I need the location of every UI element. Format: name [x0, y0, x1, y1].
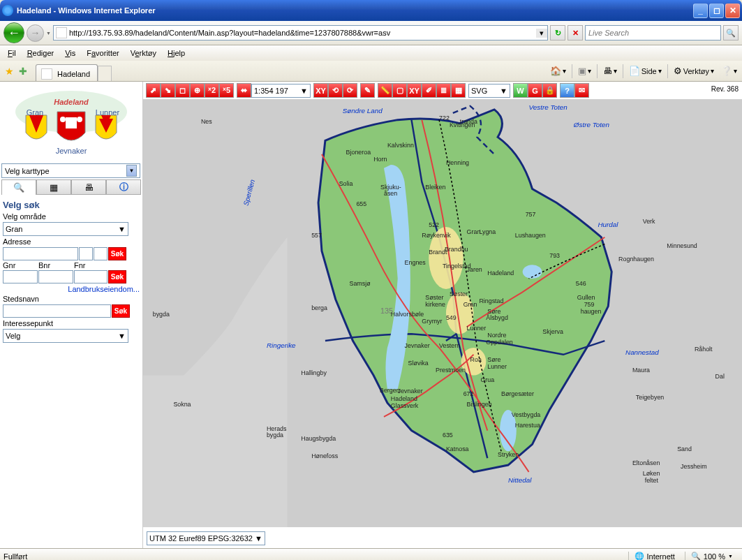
- map-canvas[interactable]: Sperillen: [143, 99, 742, 527]
- svg-text:Dal: Dal: [715, 373, 725, 380]
- refresh-button[interactable]: ↻: [550, 25, 565, 40]
- close-button[interactable]: ✕: [725, 3, 740, 18]
- feeds-button[interactable]: ▣▾: [575, 64, 594, 78]
- tab-search[interactable]: 🔍: [1, 179, 36, 195]
- home-button[interactable]: 🏠▾: [547, 64, 569, 78]
- title-bar: Hadeland - Windows Internet Explorer _ ◻…: [0, 0, 742, 21]
- tool-pan[interactable]: ⬌: [237, 83, 251, 98]
- address-letter-input[interactable]: [94, 247, 107, 260]
- svg-text:Vestbygda: Vestbygda: [512, 411, 541, 418]
- minimize-button[interactable]: _: [693, 3, 708, 18]
- menu-view[interactable]: Vis: [61, 47, 80, 59]
- svg-text:Haugsbygda: Haugsbygda: [301, 435, 336, 442]
- tool-x2[interactable]: ˣ2: [205, 83, 219, 98]
- area-select[interactable]: Gran ▼: [3, 222, 128, 236]
- svg-text:Rognhaugen: Rognhaugen: [618, 256, 654, 263]
- address-street-input[interactable]: [3, 247, 78, 260]
- svg-text:Grua: Grua: [480, 376, 494, 383]
- poi-select[interactable]: Velg ▼: [3, 329, 128, 343]
- svg-text:Hadeland: Hadeland: [391, 395, 417, 402]
- gnr-input[interactable]: [3, 270, 38, 283]
- tool-zoom-in[interactable]: ⬈: [146, 83, 161, 98]
- search-box[interactable]: [585, 25, 721, 40]
- tool-copy-xy[interactable]: XY: [407, 83, 422, 98]
- status-zoom[interactable]: 🔍 100 % ▼: [685, 552, 739, 560]
- tool-redo[interactable]: ⟳: [343, 83, 357, 98]
- tool-area[interactable]: ▢: [392, 83, 407, 98]
- svg-text:549: 549: [446, 314, 457, 321]
- landbruks-link[interactable]: Landbrukseiendom...: [3, 285, 140, 293]
- tool-full-extent[interactable]: ⊕: [190, 83, 205, 98]
- forward-button[interactable]: →: [27, 24, 44, 42]
- tool-zoom-out[interactable]: ⬊: [161, 83, 175, 98]
- maximize-button[interactable]: ◻: [709, 3, 724, 18]
- dropdown-icon: ▼: [300, 87, 308, 95]
- back-button[interactable]: ←: [3, 22, 24, 43]
- tool-xy[interactable]: XY: [313, 83, 328, 98]
- page-button[interactable]: 📄Side ▾: [626, 64, 665, 78]
- menu-favorites[interactable]: Favoritter: [82, 47, 123, 59]
- new-tab-button[interactable]: [98, 66, 112, 81]
- address-bar[interactable]: http://193.75.93.89/hadeland/Content/Mai…: [53, 25, 548, 40]
- svg-text:Horn: Horn: [373, 156, 387, 163]
- tab-print[interactable]: 🖶: [71, 179, 106, 195]
- map-type-label: Velg karttype: [5, 167, 50, 175]
- tool-gab[interactable]: G: [528, 83, 542, 98]
- gnr-search-button[interactable]: Søk: [108, 270, 126, 283]
- scale-select[interactable]: 1:354 197 ▼: [251, 84, 311, 98]
- svg-text:Samsjø: Samsjø: [350, 280, 371, 287]
- map-type-select[interactable]: Velg karttype ▼: [1, 163, 140, 178]
- tool-wms[interactable]: W: [513, 83, 528, 98]
- address-num-input[interactable]: [79, 247, 93, 260]
- tool-grid[interactable]: ▦: [451, 83, 466, 98]
- svg-text:Søster: Søster: [425, 294, 443, 301]
- tool-measure[interactable]: 📏: [378, 83, 392, 98]
- placename-search-button[interactable]: Søk: [112, 304, 130, 318]
- print-button[interactable]: 🖶▾: [600, 64, 620, 78]
- svg-text:Herads: Herads: [267, 425, 287, 432]
- search-button[interactable]: 🔍: [723, 25, 739, 40]
- address-search-button[interactable]: Søk: [108, 247, 126, 260]
- menu-edit[interactable]: Rediger: [23, 47, 59, 59]
- poi-label: Interessepunkt: [3, 319, 140, 327]
- browser-tab[interactable]: Hadeland: [36, 64, 98, 81]
- tool-refresh[interactable]: ⟲: [328, 83, 343, 98]
- bnr-input[interactable]: [38, 270, 73, 283]
- search-input[interactable]: [586, 29, 720, 37]
- menu-file[interactable]: Fil: [3, 47, 20, 59]
- svg-text:Hønefoss: Hønefoss: [311, 452, 339, 459]
- zoom-icon: 🔍: [691, 552, 701, 560]
- tool-layers[interactable]: ≣: [436, 83, 451, 98]
- menu-tools[interactable]: Verktøy: [126, 47, 161, 59]
- address-label: Adresse: [3, 237, 140, 246]
- svg-text:Solia: Solia: [339, 180, 353, 187]
- placename-input[interactable]: [3, 304, 111, 318]
- menu-help[interactable]: Hjelp: [163, 47, 189, 59]
- help-dropdown[interactable]: ❔▾: [718, 64, 740, 78]
- tool-edit[interactable]: ✎: [360, 83, 375, 98]
- content: Hadeland Gran Lunner Jevnaker Velg kartt…: [0, 82, 742, 548]
- stop-button[interactable]: ✕: [567, 25, 583, 40]
- add-favorite-icon[interactable]: ✚: [16, 64, 30, 78]
- tool-sketch[interactable]: ✐: [422, 83, 436, 98]
- tools-button[interactable]: ⚙Verktøy ▾: [671, 64, 717, 78]
- tool-mail[interactable]: ✉: [574, 83, 589, 98]
- tool-help[interactable]: ?: [560, 83, 574, 98]
- svg-text:Verk: Verk: [643, 218, 655, 225]
- svg-text:Søndre Land: Søndre Land: [343, 107, 383, 115]
- projection-select[interactable]: UTM 32 Euref89 EPSG:32632 ▼: [147, 531, 265, 545]
- svg-text:Østre Toten: Østre Toten: [573, 121, 610, 128]
- favorites-icon[interactable]: ★: [2, 64, 16, 78]
- sidebar: Hadeland Gran Lunner Jevnaker Velg kartt…: [0, 82, 143, 548]
- svg-text:Hadeland: Hadeland: [487, 270, 514, 277]
- tool-x5[interactable]: ˣ5: [219, 83, 234, 98]
- format-select[interactable]: SVG ▼: [468, 84, 510, 98]
- fnr-input[interactable]: [74, 270, 107, 283]
- tab-info[interactable]: ⓘ: [106, 179, 141, 195]
- tool-lock[interactable]: 🔒: [542, 83, 557, 98]
- url-dropdown-icon[interactable]: ▾: [536, 29, 547, 38]
- tool-zoom-window[interactable]: ◻: [175, 83, 190, 98]
- tab-layers[interactable]: ▦: [36, 179, 71, 195]
- svg-text:Jevnaker: Jevnaker: [398, 388, 423, 395]
- svg-text:Roa: Roa: [470, 356, 482, 363]
